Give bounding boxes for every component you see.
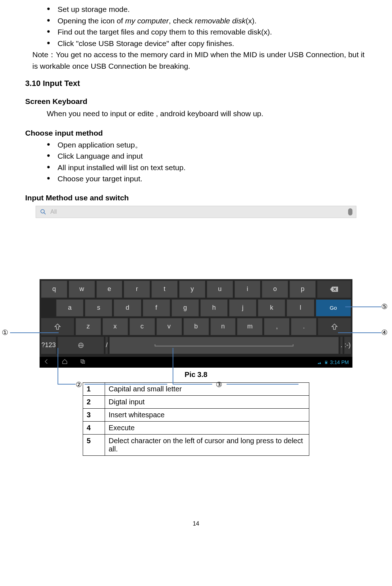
key-s[interactable]: s [85,299,112,317]
legend-text: Insert whitespace [105,408,309,421]
period-key[interactable]: . [340,337,343,354]
key-c[interactable]: c [129,318,155,335]
legend-text: Execute [105,421,309,434]
body-text: When you need to input or edite , androi… [47,108,367,120]
key-x[interactable]: x [102,318,128,335]
symbols-key[interactable]: ?123 [41,337,56,354]
space-key[interactable] [109,337,339,354]
callout-line [58,348,58,384]
svg-line-1 [44,212,46,214]
table-row: 3Insert whitespace [83,408,309,421]
list-item: Set up storage mode. [47,4,367,15]
back-icon[interactable] [43,358,50,366]
section-heading: 3.10 Input Text [25,79,367,88]
home-icon[interactable] [61,358,68,366]
callout-3: ③ [216,380,222,389]
keyboard: qwertyuiop asdfghjklGo zxcvbnm,. ?123/.:… [40,279,352,357]
search-bar: All [36,206,356,218]
legend-number: 2 [83,395,105,408]
list-item: Open application setup。 [47,139,367,151]
svg-rect-10 [325,362,327,363]
callout-line [10,332,59,333]
key-w[interactable]: w [69,281,95,298]
callout-line [338,332,381,333]
key-f[interactable]: f [143,299,170,317]
language-key[interactable] [58,337,104,354]
key-g[interactable]: g [172,299,199,317]
callout-5: ⑤ [381,302,388,311]
choose-bullet-list: Open application setup。 Click Language a… [47,139,367,185]
callout-4: ④ [381,328,388,337]
key-v[interactable]: v [156,318,182,335]
list-item: Click Language and input [47,150,367,162]
callout-line [58,384,76,385]
slash-key[interactable]: / [105,337,108,354]
legend-number: 4 [83,421,105,434]
recent-icon[interactable] [79,358,86,366]
keyboard-figure: All qwertyuiop asdfghjklGo zxcvbnm,. ?12… [0,206,392,456]
android-navbar: 3:14 PM [40,357,352,368]
search-icon [40,208,47,215]
status-time: 3:14 PM [317,359,349,365]
sub-heading-choose: Choose input method [25,129,367,137]
smiley-key[interactable]: :-) [344,337,351,354]
legend-text: Delect character on the left of cursor a… [105,434,309,455]
key-e[interactable]: e [96,281,123,298]
backspace-key[interactable] [317,281,351,298]
list-item: Opening the icon of my computer, check r… [47,15,367,27]
key-b[interactable]: b [183,318,209,335]
legend-table: 1Capital and small letter2Digtal input3I… [83,382,309,456]
callout-line [85,384,167,385]
legend-number: 3 [83,408,105,421]
key-n[interactable]: n [210,318,236,335]
table-row: 4Execute [83,421,309,434]
callout-line [173,348,173,384]
list-item: Click "close USB Storage device" after c… [47,38,367,49]
search-input[interactable]: All [50,209,345,215]
list-item: All input installed will list on text se… [47,162,367,173]
key-t[interactable]: t [151,281,178,298]
key-l[interactable]: l [287,299,314,317]
legend-number: 5 [83,434,105,455]
callout-line [173,384,212,385]
key-y[interactable]: y [179,281,205,298]
key-j[interactable]: j [229,299,256,317]
list-item: Find out the target files and copy them … [47,26,367,38]
key-u[interactable]: u [207,281,233,298]
key-k[interactable]: k [258,299,285,317]
go-key[interactable]: Go [316,299,351,317]
key-z[interactable]: z [76,318,101,335]
legend-text: Digtal input [105,395,309,408]
key-m[interactable]: m [237,318,263,335]
key-i[interactable]: i [234,281,261,298]
key-a[interactable]: a [56,299,83,317]
top-bullet-list: Set up storage mode. Opening the icon of… [47,4,367,49]
key-q[interactable]: q [41,281,67,298]
microphone-icon[interactable] [348,208,352,215]
callout-line [345,306,381,307]
table-row: 5Delect character on the left of cursor … [83,434,309,455]
page-number: 14 [25,521,367,527]
sub-heading-screen-keyboard: Screen Keyboard [25,97,367,106]
key-o[interactable]: o [262,281,288,298]
figure-caption: Pic 3.8 [0,371,392,379]
callout-line [227,384,298,385]
key-.[interactable]: . [291,318,316,335]
sub-heading-switch: Input Method use and switch [25,194,367,202]
key-h[interactable]: h [200,299,228,317]
key-d[interactable]: d [114,299,141,317]
table-row: 2Digtal input [83,395,309,408]
key-r[interactable]: r [124,281,150,298]
key-p[interactable]: p [290,281,316,298]
callout-2: ② [76,380,82,389]
key-,[interactable]: , [264,318,290,335]
note-text: Note：You get no access to the memory car… [32,49,367,72]
callout-1: ① [2,328,8,337]
list-item: Choose your target input. [47,173,367,185]
